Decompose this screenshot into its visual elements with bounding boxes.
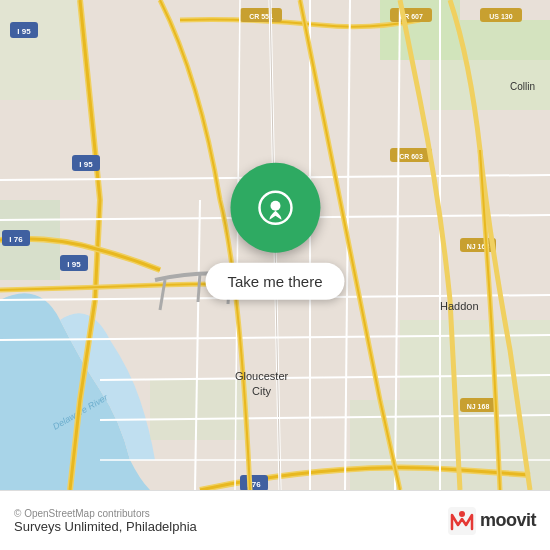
svg-text:I 95: I 95 [67,260,81,269]
svg-rect-5 [0,0,80,100]
svg-point-59 [459,511,465,517]
svg-text:US 130: US 130 [489,13,512,20]
bottom-bar: © OpenStreetMap contributors Surveys Unl… [0,490,550,550]
svg-rect-3 [460,20,550,60]
svg-text:I 95: I 95 [79,160,93,169]
svg-text:CR 603: CR 603 [399,153,423,160]
svg-text:I 76: I 76 [9,235,23,244]
take-me-there-button[interactable]: Take me there [205,263,344,300]
svg-rect-7 [400,320,550,400]
svg-text:City: City [252,385,271,397]
map-pin[interactable] [230,163,320,253]
svg-text:Haddon: Haddon [440,300,479,312]
moovit-icon [448,507,476,535]
location-label: Surveys Unlimited, Philadelphia [14,519,197,534]
svg-text:I 95: I 95 [17,27,31,36]
moovit-logo: moovit [448,507,536,535]
moovit-wordmark: moovit [480,510,536,531]
bottom-info: © OpenStreetMap contributors Surveys Unl… [14,508,197,534]
svg-text:Gloucester: Gloucester [235,370,289,382]
copyright-text: © OpenStreetMap contributors [14,508,197,519]
svg-point-57 [270,201,280,211]
map-container: Delaware River I 95 I 95 I 95 I 76 I 76 [0,0,550,490]
svg-line-54 [198,272,200,302]
location-pin-icon [257,190,293,226]
svg-text:NJ 168: NJ 168 [467,403,490,410]
svg-text:Collin: Collin [510,81,535,92]
